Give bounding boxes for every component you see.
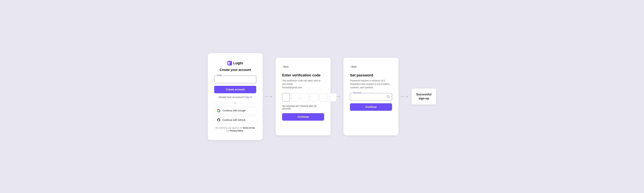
google-icon — [217, 109, 220, 112]
otp-input-4[interactable] — [310, 93, 318, 102]
privacy-link[interactable]: Privacy Policy — [230, 130, 243, 132]
terms-link[interactable]: Terms of Use — [243, 127, 255, 129]
success-line1: Successful — [416, 93, 432, 96]
otp-input-6[interactable] — [329, 93, 337, 102]
otp-input-5[interactable] — [320, 93, 327, 102]
logo-text: Logto — [233, 61, 243, 65]
back-chevron-icon-3: ‹ — [350, 65, 351, 68]
github-btn-label: Continue with GitHub — [222, 118, 246, 121]
set-password-card: ‹ Back Set password Password requires a … — [344, 58, 398, 135]
verification-email: foomail@gmail.com — [282, 86, 302, 89]
otp-input-row — [282, 93, 324, 102]
success-message: Successful sign-up — [412, 88, 436, 105]
otp-input-2[interactable] — [292, 93, 299, 102]
svg-rect-0 — [228, 61, 232, 65]
success-line2: sign-up — [419, 97, 429, 100]
back-chevron-icon: ‹ — [282, 65, 283, 68]
back-label-card3: Back — [352, 65, 356, 68]
logto-logo-icon — [228, 61, 232, 65]
back-button-card2[interactable]: ‹ Back — [282, 65, 324, 68]
svg-rect-2 — [230, 62, 231, 63]
divider: or — [214, 102, 256, 104]
password-label: Password — [352, 92, 362, 94]
password-input-group: Password — [350, 93, 392, 101]
github-signin-button[interactable]: Continue with GitHub — [214, 116, 256, 124]
arrow-1 — [265, 95, 273, 98]
resend-text: Not received yet? Resend after 59 second… — [282, 105, 324, 110]
svg-rect-1 — [228, 62, 230, 65]
page-title: Create your account — [214, 68, 256, 72]
create-account-button[interactable]: Create account — [214, 86, 256, 93]
signin-link[interactable]: Sign in — [245, 96, 252, 98]
create-account-card: Logto Create your account Email Create a… — [208, 53, 263, 140]
logo-area: Logto — [214, 61, 256, 65]
google-btn-label: Continue with Google — [222, 109, 246, 112]
svg-point-8 — [401, 96, 402, 97]
password-subtitle: Password requires a minimum of 8 charact… — [350, 79, 392, 89]
verification-subtitle: The verification code has been sent to y… — [282, 79, 324, 89]
email-input[interactable] — [214, 76, 256, 83]
verification-code-card: ‹ Back Enter verification code The verif… — [276, 58, 330, 135]
arrow-3 — [401, 95, 409, 98]
otp-input-1[interactable] — [282, 93, 290, 102]
password-continue-button[interactable]: Continue — [350, 103, 392, 111]
set-password-title: Set password — [350, 73, 392, 77]
back-button-card3[interactable]: ‹ Back — [350, 65, 392, 68]
terms-text: By continuing, you agree to the Terms of… — [214, 126, 256, 132]
verification-title: Enter verification code — [282, 73, 324, 77]
svg-point-3 — [266, 96, 266, 97]
verification-continue-button[interactable]: Continue — [282, 113, 324, 121]
google-signin-button[interactable]: Continue with Google — [214, 107, 256, 114]
github-icon — [217, 118, 220, 122]
toggle-password-icon[interactable] — [386, 95, 390, 99]
divider-text: or — [234, 102, 236, 104]
email-label: Email — [216, 74, 222, 76]
back-label-card2: Back — [284, 65, 288, 68]
password-input[interactable] — [350, 93, 392, 101]
otp-input-3[interactable] — [301, 93, 308, 102]
signin-prompt: Already have an account? Sign in — [214, 96, 256, 98]
email-input-group: Email — [214, 76, 256, 83]
